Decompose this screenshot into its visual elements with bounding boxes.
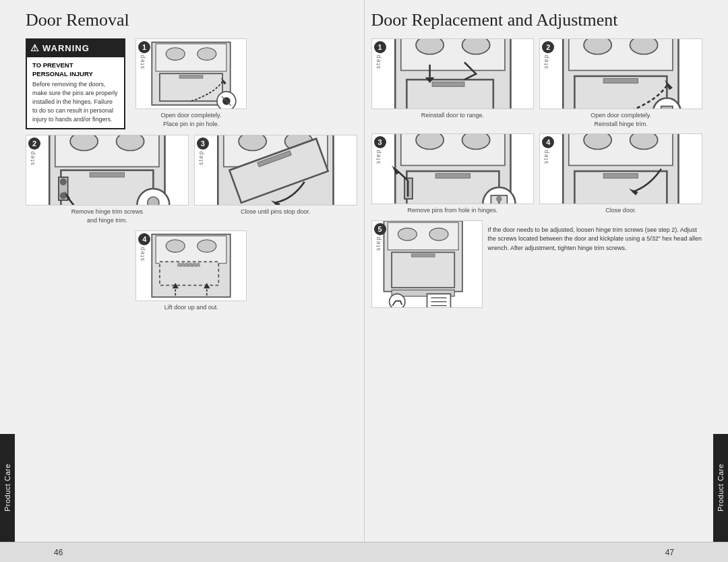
svg-point-59 — [416, 133, 444, 149]
svg-point-32 — [198, 240, 216, 253]
right-top-grid: 1 step — [371, 38, 703, 128]
r-step-5-number: 5 — [374, 223, 386, 235]
right-step-4-image: 4 step — [539, 133, 702, 204]
svg-rect-81 — [392, 252, 454, 287]
left-step-4-caption: Lift door up and out. — [164, 303, 218, 312]
right-title: Door Replacement and Adjustment — [371, 10, 703, 30]
left-step-4-image: 4 step — [135, 230, 247, 301]
step-4-number: 4 — [138, 233, 150, 245]
right-step-5-image: 5 step — [371, 220, 483, 308]
svg-rect-5 — [179, 75, 203, 79]
right-step-3-caption: Remove pins from hole in hinges. — [408, 206, 498, 215]
side-tab-left: Product Care — [0, 434, 15, 542]
svg-point-42 — [462, 38, 489, 54]
right-step-5: 5 step — [371, 220, 483, 308]
svg-rect-34 — [178, 263, 200, 267]
right-step-4: 4 step — [539, 133, 702, 215]
right-bottom-row: 5 step — [371, 220, 703, 308]
left-step-1-caption: Open door completely.Place pin in pin ho… — [161, 111, 222, 128]
right-step-1: 1 step — [371, 38, 535, 128]
svg-point-79 — [398, 228, 417, 241]
step-3-illustration — [195, 135, 357, 206]
page-number-left: 46 — [54, 548, 63, 557]
warning-subheader: TO PREVENTPERSONAL INJURY — [32, 61, 119, 79]
side-tab-right: Product Care — [713, 434, 728, 542]
svg-point-60 — [462, 133, 489, 149]
svg-point-49 — [584, 38, 611, 54]
svg-point-41 — [416, 38, 444, 54]
svg-point-17 — [60, 179, 67, 185]
page-number-right: 47 — [665, 548, 674, 557]
left-step-2: 2 step — [26, 135, 189, 224]
svg-point-21 — [148, 197, 159, 206]
svg-point-3 — [198, 48, 216, 61]
right-section: Door Replacement and Adjustment 1 step — [365, 0, 710, 542]
svg-rect-52 — [603, 78, 638, 83]
warning-box: ⚠ WARNING TO PREVENTPERSONAL INJURY Befo… — [26, 38, 125, 129]
svg-rect-82 — [411, 254, 435, 257]
r-step-4-illustration — [540, 133, 702, 204]
left-step-1: 1 step — [135, 38, 247, 129]
step-1-illustration — [136, 38, 246, 109]
svg-point-72 — [584, 133, 611, 149]
right-step-5-text: If the door needs to be adjusted, loosen… — [488, 220, 703, 308]
footer: 46 47 — [0, 542, 728, 562]
svg-rect-15 — [90, 173, 124, 177]
right-mid-grid: 3 step — [371, 133, 703, 215]
svg-rect-1 — [156, 44, 226, 71]
right-step-1-caption: Reinstall door to range. — [421, 111, 484, 120]
right-step-4-caption: Close door. — [605, 206, 636, 215]
svg-point-31 — [166, 240, 185, 253]
step-4-illustration — [136, 230, 246, 301]
left-bottom-grid: 2 step — [26, 135, 357, 224]
svg-point-13 — [117, 135, 144, 150]
right-step-1-image: 1 step — [371, 38, 535, 109]
left-step-2-image: 2 step — [26, 135, 189, 206]
svg-rect-55 — [661, 106, 673, 109]
r-step-5-illustration — [372, 220, 482, 308]
step-1-number: 1 — [138, 41, 150, 53]
warning-text: Before removing the doors, make sure the… — [32, 80, 119, 124]
svg-point-12 — [70, 135, 98, 150]
svg-rect-75 — [603, 174, 638, 179]
r-step-2-illustration — [540, 38, 702, 109]
left-step-3: 3 step — [194, 135, 357, 224]
svg-point-50 — [630, 38, 658, 54]
svg-rect-62 — [435, 174, 470, 179]
svg-point-2 — [166, 48, 185, 61]
r-step-3-number: 3 — [374, 136, 386, 148]
right-step-2: 2 step — [539, 38, 702, 128]
warning-header: ⚠ WARNING — [27, 40, 124, 57]
left-top-row: ⚠ WARNING TO PREVENTPERSONAL INJURY Befo… — [26, 38, 357, 129]
left-step-1-image: 1 step — [135, 38, 247, 109]
warning-icon: ⚠ — [30, 42, 40, 55]
left-step-4-container: 4 step — [26, 230, 357, 312]
right-step-2-caption: Open door completely.Reinstall hinge tri… — [590, 111, 651, 128]
r-step-3-illustration — [372, 133, 534, 204]
svg-point-24 — [239, 135, 266, 150]
left-step-3-caption: Close until pins stop door. — [241, 208, 310, 216]
right-step-3-image: 3 step — [371, 133, 535, 204]
step-1-vlabel: step — [139, 54, 146, 69]
left-step-3-image: 3 step — [194, 135, 357, 206]
left-step-2-caption: Remove hinge trim screwsand hinge trim. — [71, 208, 143, 224]
content-area: Door Removal ⚠ WARNING TO PREVENTPERSONA… — [0, 0, 728, 542]
left-title: Door Removal — [26, 10, 357, 30]
svg-rect-30 — [156, 236, 226, 263]
svg-point-73 — [630, 133, 658, 149]
svg-point-80 — [429, 228, 448, 241]
svg-rect-44 — [432, 82, 464, 86]
r-step-1-number: 1 — [374, 41, 386, 53]
svg-point-69 — [496, 196, 502, 202]
right-step-2-image: 2 step — [539, 38, 702, 109]
left-section: Door Removal ⚠ WARNING TO PREVENTPERSONA… — [19, 0, 365, 542]
r-step-1-illustration — [372, 38, 534, 109]
page-container: Product Care Product Care Door Removal ⚠… — [0, 0, 728, 562]
right-step-3: 3 step — [371, 133, 535, 215]
step-2-illustration — [26, 135, 188, 206]
